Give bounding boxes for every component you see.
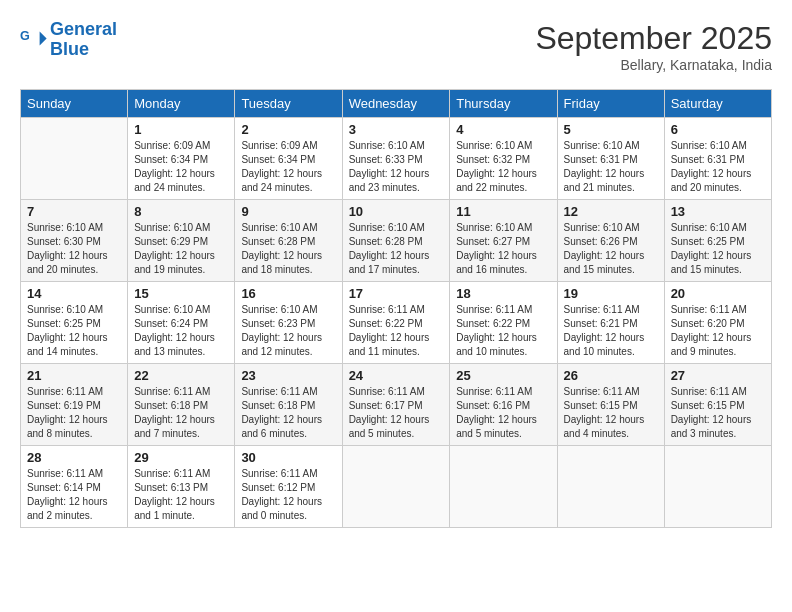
day-number: 12 xyxy=(564,204,658,219)
calendar-cell: 1 Sunrise: 6:09 AM Sunset: 6:34 PM Dayli… xyxy=(128,118,235,200)
day-number: 23 xyxy=(241,368,335,383)
calendar-cell: 30 Sunrise: 6:11 AM Sunset: 6:12 PM Dayl… xyxy=(235,446,342,528)
day-info: Sunrise: 6:10 AM Sunset: 6:23 PM Dayligh… xyxy=(241,303,335,359)
calendar-week-row: 14 Sunrise: 6:10 AM Sunset: 6:25 PM Dayl… xyxy=(21,282,772,364)
day-info: Sunrise: 6:10 AM Sunset: 6:28 PM Dayligh… xyxy=(241,221,335,277)
calendar-cell: 19 Sunrise: 6:11 AM Sunset: 6:21 PM Dayl… xyxy=(557,282,664,364)
calendar-cell: 15 Sunrise: 6:10 AM Sunset: 6:24 PM Dayl… xyxy=(128,282,235,364)
calendar-cell: 22 Sunrise: 6:11 AM Sunset: 6:18 PM Dayl… xyxy=(128,364,235,446)
day-number: 19 xyxy=(564,286,658,301)
day-info: Sunrise: 6:10 AM Sunset: 6:33 PM Dayligh… xyxy=(349,139,444,195)
calendar-cell xyxy=(664,446,771,528)
weekday-header: Thursday xyxy=(450,90,557,118)
day-number: 10 xyxy=(349,204,444,219)
day-number: 18 xyxy=(456,286,550,301)
calendar-cell: 8 Sunrise: 6:10 AM Sunset: 6:29 PM Dayli… xyxy=(128,200,235,282)
day-number: 24 xyxy=(349,368,444,383)
day-number: 29 xyxy=(134,450,228,465)
calendar-week-row: 1 Sunrise: 6:09 AM Sunset: 6:34 PM Dayli… xyxy=(21,118,772,200)
day-info: Sunrise: 6:11 AM Sunset: 6:15 PM Dayligh… xyxy=(564,385,658,441)
day-info: Sunrise: 6:11 AM Sunset: 6:16 PM Dayligh… xyxy=(456,385,550,441)
calendar-cell: 24 Sunrise: 6:11 AM Sunset: 6:17 PM Dayl… xyxy=(342,364,450,446)
day-info: Sunrise: 6:10 AM Sunset: 6:31 PM Dayligh… xyxy=(671,139,765,195)
day-info: Sunrise: 6:11 AM Sunset: 6:17 PM Dayligh… xyxy=(349,385,444,441)
day-number: 14 xyxy=(27,286,121,301)
day-number: 4 xyxy=(456,122,550,137)
calendar-cell: 9 Sunrise: 6:10 AM Sunset: 6:28 PM Dayli… xyxy=(235,200,342,282)
day-number: 20 xyxy=(671,286,765,301)
calendar-cell: 12 Sunrise: 6:10 AM Sunset: 6:26 PM Dayl… xyxy=(557,200,664,282)
calendar-cell xyxy=(21,118,128,200)
weekday-header: Wednesday xyxy=(342,90,450,118)
day-info: Sunrise: 6:10 AM Sunset: 6:29 PM Dayligh… xyxy=(134,221,228,277)
calendar-cell: 3 Sunrise: 6:10 AM Sunset: 6:33 PM Dayli… xyxy=(342,118,450,200)
day-number: 3 xyxy=(349,122,444,137)
day-number: 27 xyxy=(671,368,765,383)
day-number: 9 xyxy=(241,204,335,219)
calendar-cell: 11 Sunrise: 6:10 AM Sunset: 6:27 PM Dayl… xyxy=(450,200,557,282)
calendar-header-row: SundayMondayTuesdayWednesdayThursdayFrid… xyxy=(21,90,772,118)
day-info: Sunrise: 6:11 AM Sunset: 6:13 PM Dayligh… xyxy=(134,467,228,523)
svg-marker-1 xyxy=(40,31,47,45)
logo-icon: G xyxy=(20,26,48,54)
day-info: Sunrise: 6:11 AM Sunset: 6:15 PM Dayligh… xyxy=(671,385,765,441)
day-info: Sunrise: 6:11 AM Sunset: 6:22 PM Dayligh… xyxy=(456,303,550,359)
day-info: Sunrise: 6:10 AM Sunset: 6:26 PM Dayligh… xyxy=(564,221,658,277)
day-info: Sunrise: 6:10 AM Sunset: 6:32 PM Dayligh… xyxy=(456,139,550,195)
day-info: Sunrise: 6:11 AM Sunset: 6:14 PM Dayligh… xyxy=(27,467,121,523)
svg-text:G: G xyxy=(20,29,30,43)
calendar-cell: 18 Sunrise: 6:11 AM Sunset: 6:22 PM Dayl… xyxy=(450,282,557,364)
calendar-cell: 13 Sunrise: 6:10 AM Sunset: 6:25 PM Dayl… xyxy=(664,200,771,282)
month-title: September 2025 xyxy=(535,20,772,57)
day-number: 6 xyxy=(671,122,765,137)
calendar-cell: 29 Sunrise: 6:11 AM Sunset: 6:13 PM Dayl… xyxy=(128,446,235,528)
weekday-header: Monday xyxy=(128,90,235,118)
calendar-cell: 28 Sunrise: 6:11 AM Sunset: 6:14 PM Dayl… xyxy=(21,446,128,528)
calendar-cell: 2 Sunrise: 6:09 AM Sunset: 6:34 PM Dayli… xyxy=(235,118,342,200)
calendar-week-row: 21 Sunrise: 6:11 AM Sunset: 6:19 PM Dayl… xyxy=(21,364,772,446)
calendar-cell: 16 Sunrise: 6:10 AM Sunset: 6:23 PM Dayl… xyxy=(235,282,342,364)
day-number: 7 xyxy=(27,204,121,219)
calendar-cell: 7 Sunrise: 6:10 AM Sunset: 6:30 PM Dayli… xyxy=(21,200,128,282)
day-number: 21 xyxy=(27,368,121,383)
day-number: 30 xyxy=(241,450,335,465)
day-number: 25 xyxy=(456,368,550,383)
day-number: 22 xyxy=(134,368,228,383)
calendar-cell xyxy=(342,446,450,528)
day-number: 1 xyxy=(134,122,228,137)
logo-line1: General xyxy=(50,20,117,40)
day-info: Sunrise: 6:11 AM Sunset: 6:20 PM Dayligh… xyxy=(671,303,765,359)
day-info: Sunrise: 6:10 AM Sunset: 6:24 PM Dayligh… xyxy=(134,303,228,359)
calendar-table: SundayMondayTuesdayWednesdayThursdayFrid… xyxy=(20,89,772,528)
calendar-cell xyxy=(450,446,557,528)
day-info: Sunrise: 6:10 AM Sunset: 6:27 PM Dayligh… xyxy=(456,221,550,277)
day-number: 11 xyxy=(456,204,550,219)
day-info: Sunrise: 6:10 AM Sunset: 6:25 PM Dayligh… xyxy=(671,221,765,277)
calendar-cell: 14 Sunrise: 6:10 AM Sunset: 6:25 PM Dayl… xyxy=(21,282,128,364)
weekday-header: Sunday xyxy=(21,90,128,118)
day-info: Sunrise: 6:11 AM Sunset: 6:22 PM Dayligh… xyxy=(349,303,444,359)
day-info: Sunrise: 6:11 AM Sunset: 6:19 PM Dayligh… xyxy=(27,385,121,441)
day-info: Sunrise: 6:10 AM Sunset: 6:30 PM Dayligh… xyxy=(27,221,121,277)
day-info: Sunrise: 6:10 AM Sunset: 6:25 PM Dayligh… xyxy=(27,303,121,359)
day-info: Sunrise: 6:09 AM Sunset: 6:34 PM Dayligh… xyxy=(134,139,228,195)
weekday-header: Saturday xyxy=(664,90,771,118)
calendar-cell: 27 Sunrise: 6:11 AM Sunset: 6:15 PM Dayl… xyxy=(664,364,771,446)
day-number: 15 xyxy=(134,286,228,301)
day-info: Sunrise: 6:11 AM Sunset: 6:21 PM Dayligh… xyxy=(564,303,658,359)
calendar-cell: 5 Sunrise: 6:10 AM Sunset: 6:31 PM Dayli… xyxy=(557,118,664,200)
logo-line2: Blue xyxy=(50,40,117,60)
weekday-header: Tuesday xyxy=(235,90,342,118)
calendar-cell: 21 Sunrise: 6:11 AM Sunset: 6:19 PM Dayl… xyxy=(21,364,128,446)
calendar-cell: 23 Sunrise: 6:11 AM Sunset: 6:18 PM Dayl… xyxy=(235,364,342,446)
day-number: 8 xyxy=(134,204,228,219)
title-block: September 2025 Bellary, Karnataka, India xyxy=(535,20,772,73)
day-info: Sunrise: 6:11 AM Sunset: 6:12 PM Dayligh… xyxy=(241,467,335,523)
calendar-cell: 4 Sunrise: 6:10 AM Sunset: 6:32 PM Dayli… xyxy=(450,118,557,200)
calendar-cell xyxy=(557,446,664,528)
day-number: 2 xyxy=(241,122,335,137)
day-info: Sunrise: 6:11 AM Sunset: 6:18 PM Dayligh… xyxy=(134,385,228,441)
calendar-cell: 26 Sunrise: 6:11 AM Sunset: 6:15 PM Dayl… xyxy=(557,364,664,446)
calendar-cell: 20 Sunrise: 6:11 AM Sunset: 6:20 PM Dayl… xyxy=(664,282,771,364)
logo: G General Blue xyxy=(20,20,117,60)
